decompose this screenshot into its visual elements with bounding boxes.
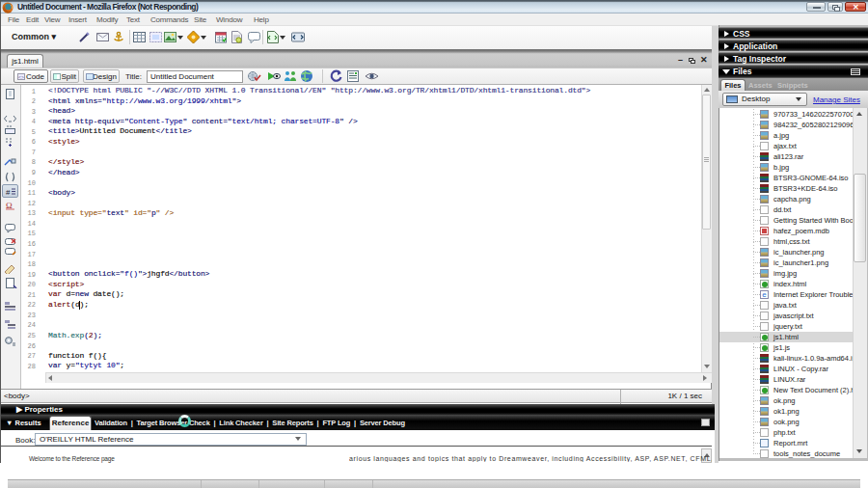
svg-text:#: #	[6, 188, 11, 197]
